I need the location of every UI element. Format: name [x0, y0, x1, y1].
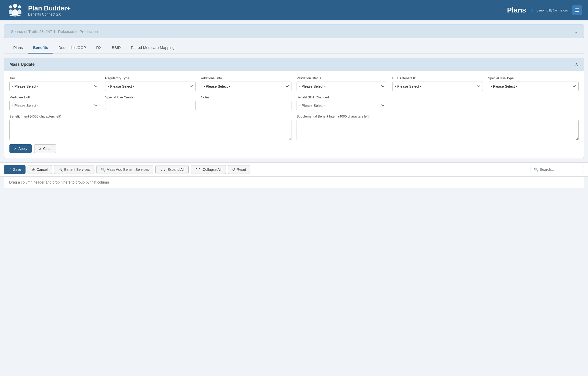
field-benefit-intent: Benefit Intent (4000 characters left) — [9, 114, 291, 140]
input-notes[interactable] — [201, 101, 291, 110]
select-medicare-entl[interactable]: - Please Select - — [9, 101, 100, 110]
label-supplemental-benefit-intent: Supplemental Benefit Intent (4000 charac… — [297, 114, 579, 118]
svg-point-2 — [18, 5, 21, 8]
expand-all-label: Expand All — [167, 167, 184, 172]
collapse-all-icon: ⌃⌃ — [195, 167, 201, 172]
field-tier: Tier - Please Select - — [9, 76, 100, 91]
mass-update-toggle-icon: ∧ — [575, 61, 579, 68]
apply-icon: ✓ — [14, 147, 17, 151]
tab-rx[interactable]: RX — [91, 42, 107, 54]
mass-update-header[interactable]: Mass Update ∧ — [4, 58, 584, 71]
expand-all-icon: ⌄⌄ — [160, 167, 166, 172]
apply-button[interactable]: ✓ Apply — [9, 144, 32, 153]
app-logo — [6, 1, 24, 19]
mass-add-icon: 🔍 — [101, 167, 105, 172]
benefit-services-label: Benefit Services — [64, 167, 90, 172]
mass-update-section: Mass Update ∧ Tier - Please Select - Reg… — [4, 58, 584, 158]
label-notes: Notes — [201, 95, 291, 99]
mass-update-title: Mass Update — [9, 62, 35, 67]
expand-all-button[interactable]: ⌄⌄ Expand All — [155, 165, 189, 174]
svg-point-1 — [13, 4, 17, 8]
search-icon: 🔍 — [534, 167, 538, 172]
field-additional-info: Additional Info - Please Select - — [201, 76, 291, 91]
field-supplemental-benefit-intent: Supplemental Benefit Intent (4000 charac… — [297, 114, 579, 140]
clear-icon: ⊘ — [39, 147, 42, 151]
toolbar: ✓ Save ⊘ Cancel 🔍 Benefit Services 🔍 Mas… — [0, 162, 588, 177]
search-input[interactable] — [540, 167, 581, 172]
benefit-services-button[interactable]: 🔍 Benefit Services — [54, 165, 94, 174]
reset-button[interactable]: ↺ Reset — [228, 165, 251, 174]
app-name: Plan Builder+ — [28, 4, 507, 12]
field-notes: Notes — [201, 95, 291, 110]
mass-update-actions: ✓ Apply ⊘ Clear — [9, 144, 579, 153]
tab-bbid[interactable]: BBID — [107, 42, 126, 54]
select-regulatory-type[interactable]: - Please Select - — [105, 82, 196, 91]
user-icon: 👤 — [530, 8, 534, 12]
label-special-use-type: Special Use Type — [488, 76, 579, 80]
form-row-3: Benefit Intent (4000 characters left) Su… — [9, 114, 579, 140]
select-benefit-sot-changed[interactable]: - Please Select - — [297, 101, 387, 110]
reset-icon: ↺ — [232, 167, 235, 172]
cancel-button[interactable]: ⊘ Cancel — [28, 165, 52, 174]
benefit-services-icon: 🔍 — [58, 167, 63, 172]
apply-label: Apply — [18, 147, 27, 151]
sot-chevron-icon: ⌄ — [574, 28, 579, 34]
field-medicare-entl: Medicare Entl - Please Select - — [9, 95, 100, 110]
label-medicare-entl: Medicare Entl — [9, 95, 100, 99]
field-special-use-cmnts: Special Use Cmnts — [105, 95, 196, 110]
form-row-2: Medicare Entl - Please Select - Special … — [9, 95, 579, 110]
save-button[interactable]: ✓ Save — [4, 165, 26, 174]
mass-update-body: Tier - Please Select - Regulatory Type -… — [4, 71, 584, 158]
clear-button[interactable]: ⊘ Clear — [34, 144, 56, 153]
drag-hint-text: Drag a column header and drop it here to… — [9, 180, 109, 184]
label-additional-info: Additional Info — [201, 76, 291, 80]
app-header: Plan Builder+ Benefits Connect 2.0 Plans… — [0, 0, 588, 20]
svg-point-0 — [9, 5, 12, 8]
select-validation-status[interactable]: - Please Select - — [297, 82, 387, 91]
label-regulatory-type: Regulatory Type — [105, 76, 196, 80]
sot-text: Source of Truth: 234247-1 Released to Pr… — [9, 29, 98, 34]
textarea-benefit-intent[interactable] — [9, 120, 291, 140]
label-benefit-intent: Benefit Intent (4000 characters left) — [9, 114, 291, 118]
user-info: 👤 joseph.d.lf@acme.org — [530, 8, 568, 12]
mass-add-button[interactable]: 🔍 Mass Add Benefit Services — [96, 165, 154, 174]
field-bets-benefit-id: BETS Benefit ID - Please Select - — [392, 76, 483, 91]
clear-label: Clear — [43, 147, 52, 151]
header-right: Plans 👤 joseph.d.lf@acme.org ☰ — [507, 5, 582, 15]
sot-label: Source of Truth: 234247-1 — [11, 29, 55, 34]
label-bets-benefit-id: BETS Benefit ID — [392, 76, 483, 80]
field-regulatory-type: Regulatory Type - Please Select - — [105, 76, 196, 91]
tabs-bar: Plans Benefits Deductible/OOP RX BBID Pa… — [4, 42, 584, 54]
collapse-all-label: Collapse All — [203, 167, 221, 172]
tab-deductible[interactable]: Deductible/OOP — [53, 42, 91, 54]
textarea-supplemental-benefit-intent[interactable] — [297, 120, 579, 140]
save-label: Save — [13, 167, 21, 172]
label-benefit-sot-changed: Benefit SOT Changed — [297, 95, 387, 99]
select-special-use-type[interactable]: - Please Select - — [488, 82, 579, 91]
select-bets-benefit-id[interactable]: - Please Select - — [392, 82, 483, 91]
label-tier: Tier — [9, 76, 100, 80]
cancel-icon: ⊘ — [32, 167, 35, 172]
cancel-label: Cancel — [36, 167, 48, 172]
field-benefit-sot-changed: Benefit SOT Changed - Please Select - — [297, 95, 387, 110]
tab-benefits[interactable]: Benefits — [28, 42, 53, 54]
field-validation-status: Validation Status - Please Select - — [297, 76, 387, 91]
field-special-use-type: Special Use Type - Please Select - — [488, 76, 579, 91]
label-validation-status: Validation Status — [297, 76, 387, 80]
tab-plans[interactable]: Plans — [8, 42, 28, 54]
user-email: joseph.d.lf@acme.org — [536, 8, 568, 12]
collapse-all-button[interactable]: ⌃⌃ Collapse All — [191, 165, 226, 174]
menu-button[interactable]: ☰ — [572, 5, 582, 15]
input-special-use-cmnts[interactable] — [105, 101, 196, 110]
label-special-use-cmnts: Special Use Cmnts — [105, 95, 196, 99]
drag-hint: Drag a column header and drop it here to… — [4, 177, 584, 188]
sot-banner[interactable]: Source of Truth: 234247-1 Released to Pr… — [4, 24, 584, 38]
form-row-1: Tier - Please Select - Regulatory Type -… — [9, 76, 579, 91]
header-title-block: Plan Builder+ Benefits Connect 2.0 — [28, 4, 507, 16]
reset-label: Reset — [237, 167, 246, 172]
select-tier[interactable]: - Please Select - — [9, 82, 100, 91]
select-additional-info[interactable]: - Please Select - — [201, 82, 291, 91]
tab-paired[interactable]: Paired Medicare Mapping — [126, 42, 180, 54]
search-container: 🔍 — [531, 166, 584, 173]
app-subtitle: Benefits Connect 2.0 — [28, 12, 507, 16]
